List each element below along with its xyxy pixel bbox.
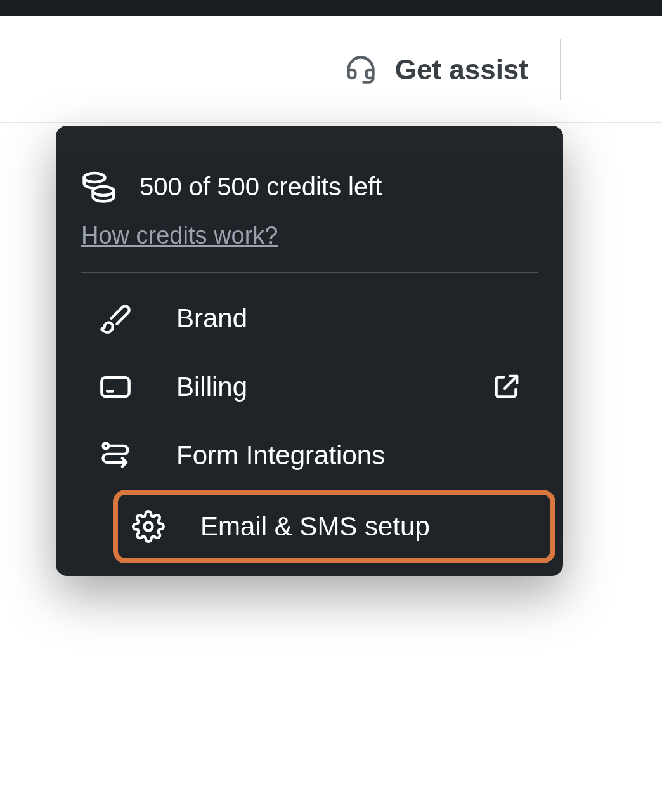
external-link-icon: [491, 372, 521, 402]
dropdown-top-tab: [56, 126, 563, 151]
user-dropdown-menu: 500 of 500 credits left How credits work…: [56, 126, 563, 576]
credit-card-icon: [99, 370, 132, 403]
credits-text: 500 of 500 credits left: [140, 173, 382, 201]
coins-icon: [81, 169, 117, 204]
credits-section: 500 of 500 credits left How credits work…: [56, 151, 563, 267]
headset-icon: [344, 53, 377, 86]
menu-divider: [81, 272, 538, 273]
how-credits-work-link[interactable]: How credits work?: [81, 222, 278, 249]
assist-label: Get assist: [395, 54, 528, 86]
menu-item-email-sms-setup[interactable]: Email & SMS setup: [113, 490, 555, 563]
user-menu-button[interactable]: [561, 64, 611, 75]
top-dark-bar: [0, 0, 662, 16]
menu-item-label: Billing: [176, 372, 447, 402]
menu-item-label: Form Integrations: [176, 440, 543, 471]
svg-point-2: [93, 187, 114, 195]
svg-point-1: [84, 173, 105, 182]
header-bar: Get assist: [0, 16, 662, 123]
menu-item-form-integrations[interactable]: Form Integrations: [81, 421, 555, 490]
menu-item-label: Email & SMS setup: [200, 511, 540, 542]
menu-item-brand[interactable]: Brand: [81, 284, 555, 353]
menu-items: Brand Billing: [56, 284, 563, 563]
svg-point-6: [145, 523, 153, 531]
menu-item-label: Brand: [176, 303, 543, 334]
get-assist-button[interactable]: Get assist: [313, 39, 561, 100]
route-icon: [99, 439, 132, 472]
gear-icon: [132, 510, 165, 543]
brush-icon: [99, 302, 132, 335]
svg-rect-3: [101, 377, 129, 396]
credits-row: 500 of 500 credits left: [81, 169, 538, 204]
menu-item-billing[interactable]: Billing: [81, 353, 555, 421]
